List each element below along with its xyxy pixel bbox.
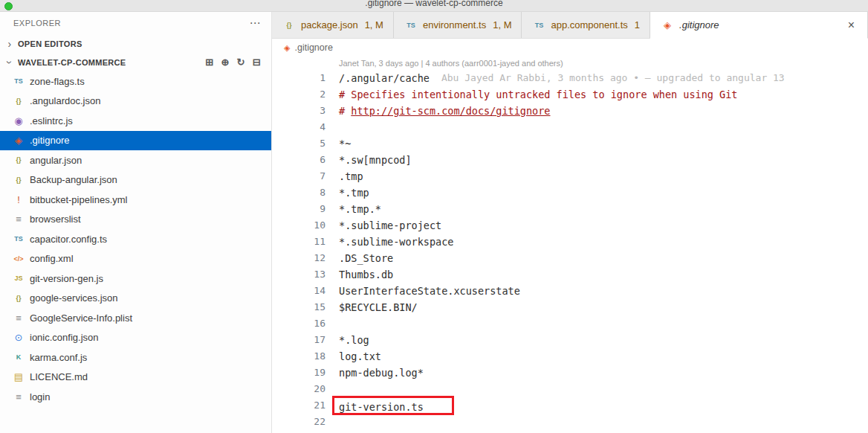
line-number: 15 <box>272 299 326 315</box>
line-number: 17 <box>272 332 326 348</box>
json-icon: {} <box>11 156 26 164</box>
code-line-8: 8*.tmp <box>272 185 868 201</box>
file-item-zone-flags.ts[interactable]: TSzone-flags.ts <box>0 71 271 92</box>
code-text: *.tmp.* <box>339 201 381 217</box>
git-icon: ◈ <box>660 19 675 31</box>
line-number: 4 <box>272 119 326 135</box>
list-icon: ≡ <box>11 312 26 324</box>
breadcrumb-file: .gitignore <box>294 42 332 53</box>
line-number: 20 <box>272 381 326 397</box>
code-text: .DS_Store <box>339 250 393 266</box>
file-item-browserslist[interactable]: ≡browserslist <box>0 210 271 230</box>
open-editors-label: OPEN EDITORS <box>18 39 82 48</box>
annotation-box: git-version.ts <box>332 396 454 415</box>
code-line-1: 1/.angular/cacheAbu Jayed Ar Rabbi, 3 mo… <box>272 70 868 86</box>
file-item-licence.md[interactable]: ▤LICENCE.md <box>0 368 271 388</box>
tab-label: app.component.ts <box>551 19 627 31</box>
line-number: 13 <box>272 266 326 283</box>
tab-environment.ts[interactable]: TSenvironment.ts1, M <box>394 12 522 38</box>
file-label: .angulardoc.json <box>30 95 100 106</box>
code-text: *.sublime-workspace <box>339 234 453 250</box>
gitignore-docs-link[interactable]: http://git-scm.com/docs/gitignore <box>351 105 550 117</box>
ts-icon: TS <box>11 235 26 243</box>
code-line-21: 21git-version.ts <box>272 397 868 414</box>
file-label: browserslist <box>30 214 81 225</box>
line-number: 22 <box>272 414 326 430</box>
line-number: 11 <box>272 234 326 250</box>
tab-label: environment.ts <box>423 19 486 31</box>
editor-area: {}package.json1, MTSenvironment.ts1, MTS… <box>272 12 868 433</box>
tree-toolbar: ⊞ ⊕ ↻ ⊟ <box>205 57 261 68</box>
gitlens-authors-lens[interactable]: Janet Tan, 3 days ago | 4 authors (aarr0… <box>339 58 868 70</box>
file-item-capacitor.config.ts[interactable]: TScapacitor.config.ts <box>0 229 271 249</box>
list-icon: ≡ <box>11 391 26 402</box>
breadcrumb[interactable]: ◈ .gitignore <box>272 39 868 57</box>
file-item-angular.json[interactable]: {}angular.json <box>0 150 271 170</box>
code-line-22: 22 <box>272 414 868 430</box>
code-text: npm-debug.log* <box>339 365 424 381</box>
file-label: git-version-gen.js <box>30 273 103 284</box>
file-label: karma.conf.js <box>30 352 87 363</box>
more-actions-icon[interactable]: ⋯ <box>250 16 262 30</box>
file-label: LICENCE.md <box>30 371 88 382</box>
json-icon: {} <box>282 22 297 29</box>
close-icon[interactable]: × <box>845 19 858 32</box>
code-text: *.sw[mnpcod] <box>339 152 412 168</box>
json-icon: {} <box>11 295 26 302</box>
file-item-config.xml[interactable]: </>config.xml <box>0 249 271 269</box>
file-item-.gitignore[interactable]: ◈.gitignore <box>0 131 271 151</box>
explorer-header: EXPLORER ⋯ <box>0 12 271 34</box>
code-line-4: 4 <box>272 119 868 135</box>
file-label: google-services.json <box>30 292 118 304</box>
new-file-icon[interactable]: ⊞ <box>205 57 213 68</box>
line-number: 16 <box>272 315 326 332</box>
line-number: 8 <box>272 185 326 201</box>
file-label: config.xml <box>30 253 74 264</box>
code-line-2: 2# Specifies intentionally untracked fil… <box>272 86 868 103</box>
line-number: 7 <box>272 168 326 185</box>
line-number: 6 <box>272 152 326 168</box>
file-item-googleservice-info.plist[interactable]: ≡GoogleService-Info.plist <box>0 308 271 328</box>
file-label: Backup-angular.json <box>30 174 117 185</box>
code-text: .tmp <box>339 168 363 185</box>
file-item-ionic.config.json[interactable]: ⊙ionic.config.json <box>0 328 271 348</box>
tab-package.json[interactable]: {}package.json1, M <box>272 12 394 38</box>
code-line-17: 17*.log <box>272 332 868 348</box>
file-label: zone-flags.ts <box>30 76 85 87</box>
xml-icon: </> <box>11 255 26 263</box>
file-item-karma.conf.js[interactable]: Kkarma.conf.js <box>0 347 271 368</box>
file-item-backup-angular.json[interactable]: {}Backup-angular.json <box>0 170 271 190</box>
file-label: login <box>30 391 50 402</box>
code-text: # Specifies intentionally untracked file… <box>339 86 737 103</box>
code-text: /.angular/cache <box>339 70 430 86</box>
tab-label: package.json <box>301 19 358 31</box>
file-item-git-version-gen.js[interactable]: JSgit-version-gen.js <box>0 269 271 289</box>
code-text: log.txt <box>339 348 381 365</box>
file-item-.angulardoc.json[interactable]: {}.angulardoc.json <box>0 92 271 112</box>
git-icon: ◈ <box>284 43 290 53</box>
code-line-6: 6*.sw[mnpcod] <box>272 152 868 168</box>
new-folder-icon[interactable]: ⊕ <box>221 57 229 68</box>
code-text: *.log <box>339 332 369 348</box>
vscode-window: .gitignore — wavelet-cp-commerce EXPLORE… <box>0 0 868 433</box>
code-text: *~ <box>339 135 351 152</box>
code-text: *.tmp <box>339 185 369 201</box>
collapse-all-icon[interactable]: ⊟ <box>253 57 261 68</box>
file-item-login[interactable]: ≡login <box>0 387 271 407</box>
code-lines: 1/.angular/cacheAbu Jayed Ar Rabbi, 3 mo… <box>272 70 868 430</box>
section-open-editors[interactable]: › OPEN EDITORS <box>0 34 271 53</box>
code-line-20: 20 <box>272 381 868 397</box>
tab-.gitignore[interactable]: ◈.gitignore× <box>650 12 868 39</box>
ts-icon: TS <box>531 22 546 29</box>
refresh-icon[interactable]: ↻ <box>237 57 245 68</box>
file-label: bitbucket-pipelines.yml <box>30 194 128 205</box>
tab-badge: 1 <box>635 19 640 31</box>
file-item-.eslintrc.js[interactable]: ◉.eslintrc.js <box>0 111 271 131</box>
tab-app.component.ts[interactable]: TSapp.component.ts1 <box>522 12 650 38</box>
file-item-google-services.json[interactable]: {}google-services.json <box>0 289 271 309</box>
code-text: $RECYCLE.BIN/ <box>339 299 418 315</box>
code-editor[interactable]: Janet Tan, 3 days ago | 4 authors (aarr0… <box>272 57 868 433</box>
file-item-bitbucket-pipelines.yml[interactable]: !bitbucket-pipelines.yml <box>0 190 271 210</box>
section-project-root[interactable]: › WAVELET-CP-COMMERCE ⊞ ⊕ ↻ ⊟ <box>0 53 271 71</box>
code-line-14: 14UserInterfaceState.xcuserstate <box>272 283 868 299</box>
